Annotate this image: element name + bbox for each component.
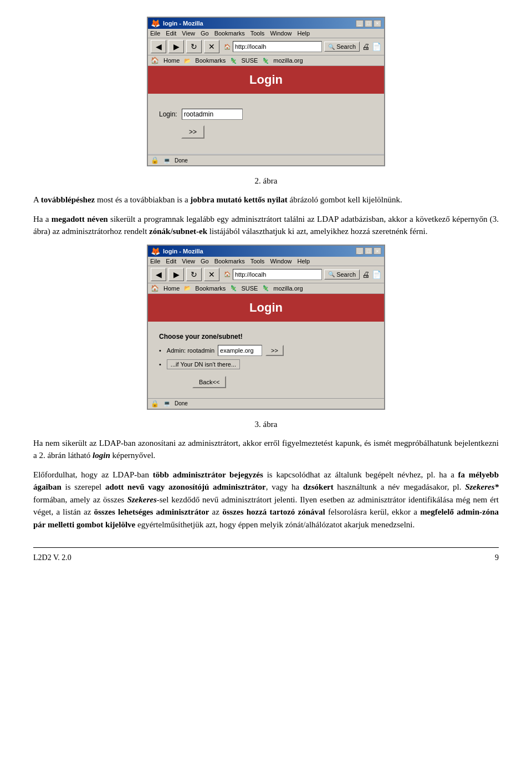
- menu-bookmarks-2[interactable]: Bookmarks: [214, 258, 245, 265]
- titlebar-buttons-2: _ □ ×: [356, 247, 381, 255]
- login-label-1: Login:: [159, 110, 177, 118]
- login-input-1[interactable]: [182, 109, 243, 120]
- menu-go-1[interactable]: Go: [201, 30, 209, 37]
- menu-tools-1[interactable]: Tools: [250, 30, 265, 37]
- search-icon-1: 🔍: [328, 44, 335, 50]
- back-nav-button-1[interactable]: ◀: [151, 40, 166, 53]
- zone-submit-button[interactable]: >>: [265, 345, 284, 356]
- menu-edit-1[interactable]: Edit: [166, 30, 176, 37]
- menu-view-1[interactable]: View: [182, 30, 195, 37]
- login-header-2: Login: [148, 294, 384, 322]
- paragraph-3: Ha nem sikerült az LDAP-ban azonosítani …: [33, 437, 499, 462]
- close-button-2[interactable]: ×: [374, 247, 381, 255]
- search-label-1: Search: [336, 43, 356, 50]
- browser-titlebar-1: 🦊 login - Mozilla _ □ ×: [148, 18, 384, 29]
- browser-statusbar-2: 🔒 💻 Done: [148, 398, 384, 409]
- browser-content-2: Login Choose your zone/subnet! • Admin: …: [148, 294, 384, 398]
- menu-help-2[interactable]: Help: [298, 258, 310, 265]
- menu-tools-2[interactable]: Tools: [250, 258, 265, 265]
- search-button-2[interactable]: 🔍 Search: [324, 269, 360, 279]
- bookmark-mozilla-1[interactable]: mozilla.org: [273, 57, 303, 64]
- bookmark-mozilla-2[interactable]: mozilla.org: [273, 285, 303, 292]
- figure-3-caption-text: 3. ábra: [255, 420, 278, 429]
- stop-button-1[interactable]: ✕: [204, 40, 219, 53]
- reload-button-2[interactable]: ↻: [186, 268, 202, 281]
- admin-label: Admin: rootadmin: [167, 347, 214, 354]
- bookmark-bookmarks-1[interactable]: Bookmarks: [195, 57, 226, 64]
- reload-button-1[interactable]: ↻: [186, 40, 202, 53]
- menu-edit-2[interactable]: Edit: [166, 258, 176, 265]
- close-button-1[interactable]: ×: [374, 20, 381, 27]
- browser-bookmarks-1: 🏠 Home 📂 Bookmarks 🦎 SUSE 🦎 mozilla.org: [148, 55, 384, 66]
- stop-button-2[interactable]: ✕: [204, 268, 219, 281]
- bookmark-bookmarks-2[interactable]: Bookmarks: [195, 285, 226, 292]
- maximize-button-1[interactable]: □: [365, 20, 372, 27]
- browser-window-2: 🦊 login - Mozilla _ □ × Eile Edit View G…: [147, 245, 385, 410]
- menu-view-2[interactable]: View: [182, 258, 195, 265]
- address-bar-2[interactable]: [233, 269, 322, 280]
- bullet-1: •: [159, 347, 161, 354]
- menu-bookmarks-1[interactable]: Bookmarks: [214, 30, 245, 37]
- menu-help-1[interactable]: Help: [298, 30, 310, 37]
- login-header-1: Login: [148, 66, 384, 94]
- bookmark-suse-1[interactable]: SUSE: [241, 57, 258, 64]
- status-icon-2: 💻: [163, 157, 170, 164]
- paragraph-4: Előfordulhat, hogy az LDAP-ban több admi…: [33, 469, 499, 531]
- menu-window-1[interactable]: Window: [270, 30, 291, 37]
- back-row: Back<<: [159, 373, 373, 388]
- figure-2-caption: 2. ábra: [33, 176, 499, 186]
- figure-2-caption-text: 2. ábra: [255, 176, 278, 185]
- login-body-1: Login: >>: [148, 94, 384, 154]
- bullet-2: •: [159, 361, 161, 368]
- zone-row-admin: • Admin: rootadmin >>: [159, 345, 373, 356]
- menu-file-2[interactable]: Eile: [150, 258, 160, 265]
- bookmark-home-1[interactable]: Home: [163, 57, 180, 64]
- status-icon-3: 🔒: [151, 400, 159, 408]
- page-number: 9: [495, 553, 499, 562]
- bookmark-suse-2[interactable]: SUSE: [241, 285, 258, 292]
- minimize-button-1[interactable]: _: [356, 20, 364, 27]
- bookmark-home-2[interactable]: Home: [163, 285, 180, 292]
- page-footer: L2D2 V. 2.0 9: [33, 547, 499, 562]
- browser-menubar-2: Eile Edit View Go Bookmarks Tools Window…: [148, 257, 384, 266]
- status-icon-4: 💻: [163, 400, 170, 406]
- figure-3-caption: 3. ábra: [33, 420, 499, 429]
- browser-content-1: Login Login: >>: [148, 66, 384, 155]
- login-row-1: Login:: [159, 109, 373, 120]
- status-text-2: Done: [175, 400, 188, 406]
- browser-menubar-1: Eile Edit View Go Bookmarks Tools Window…: [148, 29, 384, 38]
- status-icon-1: 🔒: [151, 156, 159, 164]
- status-text-1: Done: [175, 157, 188, 164]
- browser-titlebar-2: 🦊 login - Mozilla _ □ ×: [148, 246, 384, 257]
- search-label-2: Search: [336, 271, 356, 278]
- minimize-button-2[interactable]: _: [356, 247, 364, 255]
- search-icon-2: 🔍: [328, 271, 335, 277]
- browser-title-2: login - Mozilla: [163, 248, 203, 255]
- back-nav-button-2[interactable]: ◀: [151, 268, 166, 281]
- menu-file-1[interactable]: Eile: [150, 30, 160, 37]
- paragraph-1: A továbblépéshez most és a továbbiakban …: [33, 194, 499, 206]
- search-button-1[interactable]: 🔍 Search: [324, 42, 360, 52]
- address-bar-1[interactable]: [233, 41, 322, 52]
- submit-button-1[interactable]: >>: [181, 125, 204, 139]
- zone-row-dn: • ...if Your DN isn't there...: [159, 359, 373, 369]
- back-button[interactable]: Back<<: [192, 376, 226, 388]
- zone-header-text: Choose your zone/subnet!: [159, 333, 373, 340]
- browser-toolbar-1: ◀ ▶ ↻ ✕ 🏠 🔍 Search 🖨 📄: [148, 38, 384, 55]
- browser-title-1: login - Mozilla: [163, 20, 203, 27]
- footer-version: L2D2 V. 2.0: [33, 553, 71, 562]
- browser-bookmarks-2: 🏠 Home 📂 Bookmarks 🦎 SUSE 🦎 mozilla.org: [148, 283, 384, 294]
- zone-login-body: Choose your zone/subnet! • Admin: rootad…: [148, 322, 384, 398]
- menu-go-2[interactable]: Go: [201, 258, 209, 265]
- browser-window-1: 🦊 login - Mozilla _ □ × Eile Edit View G…: [147, 17, 385, 166]
- forward-nav-button-1[interactable]: ▶: [168, 40, 184, 53]
- forward-nav-button-2[interactable]: ▶: [168, 268, 184, 281]
- menu-window-2[interactable]: Window: [270, 258, 291, 265]
- dn-button[interactable]: ...if Your DN isn't there...: [167, 359, 240, 369]
- zone-input[interactable]: [218, 345, 262, 356]
- paragraph-2: Ha a megadott néven sikerült a programna…: [33, 213, 499, 238]
- titlebar-buttons-1: _ □ ×: [356, 20, 381, 27]
- browser-statusbar-1: 🔒 💻 Done: [148, 155, 384, 165]
- browser-toolbar-2: ◀ ▶ ↻ ✕ 🏠 🔍 Search 🖨 📄: [148, 266, 384, 283]
- maximize-button-2[interactable]: □: [365, 247, 372, 255]
